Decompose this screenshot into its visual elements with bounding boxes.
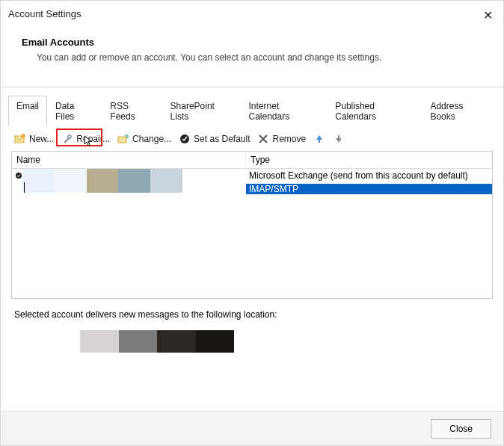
account-list: Name Type xyxy=(11,151,493,299)
toolbar: New... Repair... Change... Set as Defaul… xyxy=(8,127,496,151)
dialog-header: Email Accounts You can add or remove an … xyxy=(1,26,503,78)
tab-published-calendars[interactable]: Published Calendars xyxy=(327,96,422,127)
redacted-location xyxy=(80,330,234,353)
header-subtext: You can add or remove an account. You ca… xyxy=(22,52,482,63)
arrow-up-icon xyxy=(313,133,325,145)
default-account-icon xyxy=(12,172,22,179)
svg-point-1 xyxy=(21,134,25,138)
remove-icon xyxy=(257,133,269,145)
change-button[interactable]: Change... xyxy=(114,131,174,146)
svg-point-6 xyxy=(16,173,22,179)
check-circle-icon xyxy=(179,133,191,145)
arrow-down-icon xyxy=(333,133,345,145)
remove-button[interactable]: Remove xyxy=(254,131,309,146)
set-default-label: Set as Default xyxy=(194,134,250,144)
window-title: Account Settings xyxy=(8,8,82,19)
tab-sharepoint-lists[interactable]: SharePoint Lists xyxy=(162,96,241,127)
column-name[interactable]: Name xyxy=(12,152,246,168)
account-row[interactable]: Microsoft Exchange (send from this accou… xyxy=(12,169,492,182)
tabstrip: Email Data Files RSS Feeds SharePoint Li… xyxy=(8,95,496,127)
repair-icon xyxy=(61,133,73,145)
change-label: Change... xyxy=(132,134,171,144)
repair-button[interactable]: Repair... xyxy=(58,131,113,146)
header-heading: Email Accounts xyxy=(22,37,482,48)
text-caret-icon xyxy=(24,182,25,193)
account-name-cell xyxy=(22,182,246,196)
account-name-cell xyxy=(22,169,246,182)
close-button[interactable]: Close xyxy=(431,419,491,439)
new-button[interactable]: New... xyxy=(11,131,57,146)
mail-new-icon xyxy=(14,133,26,145)
dialog-footer: Close xyxy=(1,411,503,445)
tab-data-files[interactable]: Data Files xyxy=(47,96,102,127)
repair-label: Repair... xyxy=(76,134,110,144)
account-type-cell: IMAP/SMTP xyxy=(246,184,492,194)
account-row[interactable]: IMAP/SMTP xyxy=(12,182,492,196)
move-up-button[interactable] xyxy=(310,131,328,146)
tab-internet-calendars[interactable]: Internet Calendars xyxy=(241,96,328,127)
column-headers: Name Type xyxy=(12,152,492,169)
move-down-button[interactable] xyxy=(330,131,348,146)
account-settings-dialog: Account Settings ✕ Email Accounts You ca… xyxy=(0,0,504,446)
account-type-cell: Microsoft Exchange (send from this accou… xyxy=(246,170,492,181)
redaction-block xyxy=(119,330,158,353)
redaction-block xyxy=(157,330,196,353)
column-type[interactable]: Type xyxy=(246,152,492,168)
change-icon xyxy=(117,133,129,145)
set-default-button[interactable]: Set as Default xyxy=(176,131,253,146)
redaction-block xyxy=(196,330,235,353)
tab-address-books[interactable]: Address Books xyxy=(422,96,496,127)
remove-label: Remove xyxy=(272,134,306,144)
redaction-block xyxy=(80,330,119,353)
svg-rect-3 xyxy=(69,136,70,137)
new-label: New... xyxy=(29,134,54,144)
tab-email[interactable]: Email xyxy=(8,96,47,127)
tab-rss-feeds[interactable]: RSS Feeds xyxy=(102,96,162,127)
close-icon[interactable]: ✕ xyxy=(483,8,493,22)
titlebar: Account Settings ✕ xyxy=(1,1,503,26)
delivery-location-label: Selected account delivers new messages t… xyxy=(8,299,496,324)
